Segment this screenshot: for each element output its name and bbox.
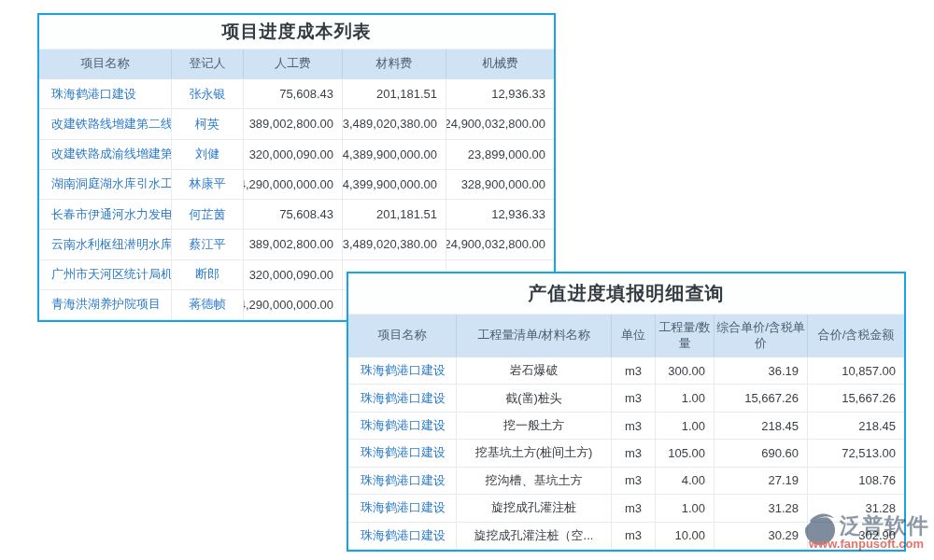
cell-registrant-link[interactable]: 张永银 bbox=[172, 79, 244, 108]
cell-project-link[interactable]: 广州市天河区统计局机... bbox=[39, 260, 172, 289]
cell-quantity: 4.00 bbox=[656, 468, 715, 494]
cell-item-name: 截(凿)桩头 bbox=[457, 385, 612, 411]
output-value-body: 珠海鹤港口建设 岩石爆破 m3 300.00 36.19 10,857.00 珠… bbox=[348, 357, 904, 550]
col-header-registrant: 登记人 bbox=[172, 49, 244, 78]
cell-material-cost: 4,389,900,000.00 bbox=[343, 140, 446, 169]
cell-project-link[interactable]: 珠海鹤港口建设 bbox=[348, 495, 457, 521]
col-header-price: 综合单价/含税单价 bbox=[715, 315, 808, 357]
cell-unit-price: 30.29 bbox=[715, 523, 808, 549]
cost-table-row: 长春市伊通河水力发电... 何芷茵 75,608.43 201,181.51 1… bbox=[39, 200, 554, 230]
cell-unit: m3 bbox=[612, 385, 656, 411]
cell-unit: m3 bbox=[612, 440, 656, 466]
cell-project-link[interactable]: 珠海鹤港口建设 bbox=[348, 385, 457, 411]
cell-labor-cost: 4,290,000,000.00 bbox=[244, 170, 343, 199]
cell-quantity: 1.00 bbox=[656, 495, 715, 521]
output-value-row: 珠海鹤港口建设 挖一般土方 m3 1.00 218.45 218.45 bbox=[348, 413, 904, 440]
cell-total-amount: 72,513.00 bbox=[808, 440, 904, 466]
output-value-panel: 产值进度填报明细查询 项目名称 工程量清单/材料名称 单位 工程量/数量 综合单… bbox=[347, 272, 906, 552]
cell-registrant-link[interactable]: 蒋德帧 bbox=[172, 290, 244, 319]
cost-table-row: 改建铁路线增建第二线... 柯英 389,002,800.00 3,489,02… bbox=[39, 109, 554, 139]
cell-item-name: 岩石爆破 bbox=[457, 357, 612, 384]
page-background: 项目进度成本列表 项目名称 登记人 人工费 材料费 机械费 珠海鹤港口建设 张永… bbox=[0, 0, 934, 560]
cell-unit-price: 31.28 bbox=[715, 495, 808, 521]
cell-project-link[interactable]: 珠海鹤港口建设 bbox=[348, 440, 457, 466]
cost-table-row: 珠海鹤港口建设 张永银 75,608.43 201,181.51 12,936.… bbox=[39, 79, 554, 109]
cell-material-cost: 201,181.51 bbox=[343, 200, 446, 229]
cell-registrant-link[interactable]: 断郎 bbox=[172, 260, 244, 289]
cell-machine-cost: 328,900,000.00 bbox=[446, 170, 554, 199]
cell-unit: m3 bbox=[612, 357, 656, 384]
cell-project-link[interactable]: 珠海鹤港口建设 bbox=[348, 468, 457, 494]
cell-registrant-link[interactable]: 何芷茵 bbox=[172, 200, 244, 229]
cost-table-row: 云南水利枢纽潜明水库... 蔡江平 389,002,800.00 3,489,0… bbox=[39, 230, 554, 259]
col-header-labor: 人工费 bbox=[244, 49, 343, 78]
cost-table-row: 改建铁路成渝线增建第... 刘健 320,000,090.00 4,389,90… bbox=[39, 140, 554, 170]
output-value-row: 珠海鹤港口建设 旋挖成孔灌注桩 m3 1.00 31.28 31.28 bbox=[348, 495, 904, 522]
cell-unit: m3 bbox=[612, 495, 656, 521]
cell-project-link[interactable]: 改建铁路成渝线增建第... bbox=[39, 140, 172, 169]
cell-project-link[interactable]: 改建铁路线增建第二线... bbox=[39, 109, 172, 138]
cell-machine-cost: 12,936.33 bbox=[446, 200, 554, 229]
cost-list-title: 项目进度成本列表 bbox=[39, 15, 554, 49]
cell-unit-price: 27.19 bbox=[715, 468, 808, 494]
cell-labor-cost: 389,002,800.00 bbox=[244, 230, 343, 259]
cost-list-header-row: 项目名称 登记人 人工费 材料费 机械费 bbox=[39, 49, 554, 79]
cell-material-cost: 3,489,020,380.00 bbox=[343, 109, 446, 138]
col-header-total: 合价/含税金额 bbox=[808, 315, 904, 357]
cell-machine-cost: 24,900,032,800.00 bbox=[446, 109, 554, 138]
cell-unit-price: 15,667.26 bbox=[715, 385, 808, 411]
cell-machine-cost: 12,936.33 bbox=[446, 79, 554, 108]
cell-quantity: 105.00 bbox=[656, 440, 715, 466]
cell-project-link[interactable]: 云南水利枢纽潜明水库... bbox=[39, 230, 172, 259]
output-value-row: 珠海鹤港口建设 岩石爆破 m3 300.00 36.19 10,857.00 bbox=[348, 357, 904, 385]
cell-registrant-link[interactable]: 柯英 bbox=[172, 109, 244, 138]
output-value-row: 珠海鹤港口建设 旋挖成孔灌注桩（空... m3 10.00 30.29 302.… bbox=[348, 523, 904, 550]
output-value-header-row: 项目名称 工程量清单/材料名称 单位 工程量/数量 综合单价/含税单价 合价/含… bbox=[348, 315, 904, 357]
cell-total-amount: 218.45 bbox=[808, 413, 904, 439]
cell-project-link[interactable]: 青海洪湖养护院项目 bbox=[39, 290, 172, 319]
output-value-row: 珠海鹤港口建设 挖沟槽、基坑土方 m3 4.00 27.19 108.76 bbox=[348, 468, 904, 495]
cell-registrant-link[interactable]: 林康平 bbox=[172, 170, 244, 199]
cell-item-name: 挖一般土方 bbox=[457, 413, 612, 439]
cell-unit-price: 690.60 bbox=[715, 440, 808, 466]
cell-project-link[interactable]: 珠海鹤港口建设 bbox=[348, 413, 457, 439]
col-header-project: 项目名称 bbox=[39, 49, 172, 78]
cell-total-amount: 108.76 bbox=[808, 468, 904, 494]
col-header-machine: 机械费 bbox=[446, 49, 554, 78]
cell-unit-price: 218.45 bbox=[715, 413, 808, 439]
col-header-item: 工程量清单/材料名称 bbox=[457, 315, 612, 357]
col-header-project: 项目名称 bbox=[348, 315, 457, 357]
cell-registrant-link[interactable]: 刘健 bbox=[172, 140, 244, 169]
cell-labor-cost: 320,000,090.00 bbox=[244, 260, 343, 289]
cell-quantity: 1.00 bbox=[656, 385, 715, 411]
cell-labor-cost: 75,608.43 bbox=[244, 200, 343, 229]
cell-project-link[interactable]: 湖南洞庭湖水库引水工... bbox=[39, 170, 172, 199]
cell-material-cost: 3,489,020,380.00 bbox=[343, 230, 446, 259]
col-header-quantity: 工程量/数量 bbox=[656, 315, 715, 357]
cell-quantity: 1.00 bbox=[656, 413, 715, 439]
cell-project-link[interactable]: 珠海鹤港口建设 bbox=[39, 79, 172, 108]
cell-labor-cost: 75,608.43 bbox=[244, 79, 343, 108]
cell-unit-price: 36.19 bbox=[715, 357, 808, 384]
cell-project-link[interactable]: 珠海鹤港口建设 bbox=[348, 523, 457, 549]
cell-item-name: 挖沟槽、基坑土方 bbox=[457, 468, 612, 494]
cell-total-amount: 10,857.00 bbox=[808, 357, 904, 384]
output-value-row: 珠海鹤港口建设 截(凿)桩头 m3 1.00 15,667.26 15,667.… bbox=[348, 385, 904, 412]
cell-item-name: 旋挖成孔灌注桩 bbox=[457, 495, 612, 521]
cell-total-amount: 302.90 bbox=[808, 523, 904, 549]
col-header-material: 材料费 bbox=[343, 49, 446, 78]
cost-table-row: 湖南洞庭湖水库引水工... 林康平 4,290,000,000.00 4,399… bbox=[39, 170, 554, 200]
cell-quantity: 300.00 bbox=[656, 357, 715, 384]
cell-item-name: 挖基坑土方(桩间土方) bbox=[457, 440, 612, 466]
cell-registrant-link[interactable]: 蔡江平 bbox=[172, 230, 244, 259]
cell-labor-cost: 320,000,090.00 bbox=[244, 140, 343, 169]
cell-project-link[interactable]: 珠海鹤港口建设 bbox=[348, 357, 457, 384]
cell-machine-cost: 23,899,000.00 bbox=[446, 140, 554, 169]
output-value-title: 产值进度填报明细查询 bbox=[348, 273, 904, 315]
output-value-row: 珠海鹤港口建设 挖基坑土方(桩间土方) m3 105.00 690.60 72,… bbox=[348, 440, 904, 467]
cell-total-amount: 31.28 bbox=[808, 495, 904, 521]
cell-project-link[interactable]: 长春市伊通河水力发电... bbox=[39, 200, 172, 229]
cell-quantity: 10.00 bbox=[656, 523, 715, 549]
cell-unit: m3 bbox=[612, 468, 656, 494]
cell-total-amount: 15,667.26 bbox=[808, 385, 904, 411]
